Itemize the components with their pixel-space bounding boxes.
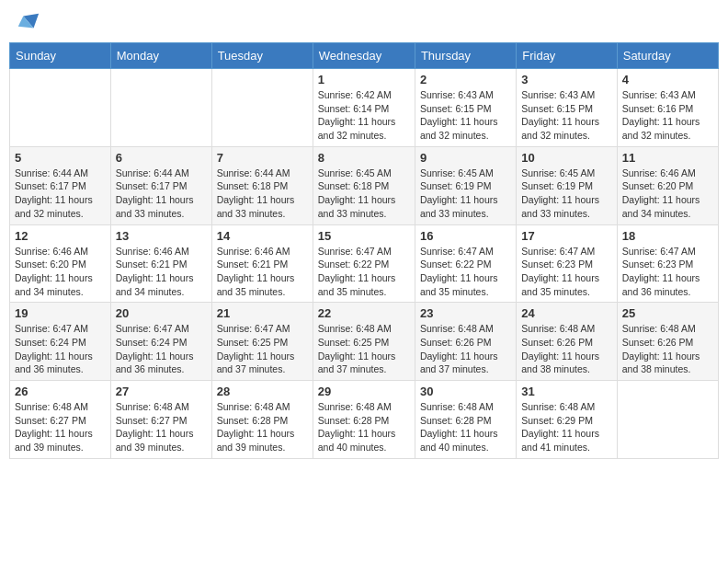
day-info: Sunrise: 6:43 AM Sunset: 6:15 PM Dayligh… (521, 88, 611, 143)
day-of-week-header: Monday (110, 43, 211, 69)
day-number: 26 (15, 385, 106, 398)
day-number: 31 (521, 385, 611, 398)
calendar-cell: 10Sunrise: 6:45 AM Sunset: 6:19 PM Dayli… (517, 146, 617, 224)
day-number: 21 (217, 306, 308, 320)
calendar-cell (10, 69, 111, 147)
calendar-cell: 27Sunrise: 6:48 AM Sunset: 6:27 PM Dayli… (110, 381, 211, 459)
day-info: Sunrise: 6:48 AM Sunset: 6:26 PM Dayligh… (521, 322, 611, 376)
day-number: 29 (318, 385, 410, 398)
calendar-cell: 15Sunrise: 6:47 AM Sunset: 6:22 PM Dayli… (313, 224, 415, 303)
day-number: 15 (318, 229, 410, 243)
day-info: Sunrise: 6:48 AM Sunset: 6:26 PM Dayligh… (622, 322, 713, 376)
calendar-cell: 19Sunrise: 6:47 AM Sunset: 6:24 PM Dayli… (10, 303, 111, 381)
calendar-cell: 31Sunrise: 6:48 AM Sunset: 6:29 PM Dayli… (517, 381, 617, 459)
day-info: Sunrise: 6:43 AM Sunset: 6:15 PM Dayligh… (420, 88, 511, 143)
logo-icon (15, 9, 40, 35)
day-number: 23 (420, 306, 511, 320)
day-info: Sunrise: 6:47 AM Sunset: 6:23 PM Dayligh… (521, 245, 611, 299)
day-info: Sunrise: 6:48 AM Sunset: 6:28 PM Dayligh… (217, 400, 308, 454)
day-number: 5 (15, 151, 106, 165)
day-number: 13 (116, 229, 207, 243)
calendar-cell (211, 69, 313, 147)
calendar-cell: 14Sunrise: 6:46 AM Sunset: 6:21 PM Dayli… (211, 224, 313, 303)
day-info: Sunrise: 6:48 AM Sunset: 6:27 PM Dayligh… (15, 400, 106, 454)
day-info: Sunrise: 6:45 AM Sunset: 6:19 PM Dayligh… (521, 167, 611, 221)
calendar-week-row: 12Sunrise: 6:46 AM Sunset: 6:20 PM Dayli… (10, 224, 719, 303)
day-of-week-header: Wednesday (313, 43, 415, 69)
calendar-cell (617, 381, 718, 459)
calendar-cell: 11Sunrise: 6:46 AM Sunset: 6:20 PM Dayli… (617, 146, 718, 224)
day-number: 8 (318, 151, 410, 165)
day-info: Sunrise: 6:48 AM Sunset: 6:27 PM Dayligh… (116, 400, 207, 454)
day-number: 3 (521, 73, 611, 86)
day-info: Sunrise: 6:46 AM Sunset: 6:21 PM Dayligh… (116, 245, 207, 299)
day-info: Sunrise: 6:47 AM Sunset: 6:22 PM Dayligh… (420, 245, 511, 299)
day-info: Sunrise: 6:48 AM Sunset: 6:26 PM Dayligh… (420, 322, 511, 376)
calendar-cell: 24Sunrise: 6:48 AM Sunset: 6:26 PM Dayli… (517, 303, 617, 381)
day-info: Sunrise: 6:46 AM Sunset: 6:21 PM Dayligh… (217, 245, 308, 299)
day-info: Sunrise: 6:43 AM Sunset: 6:16 PM Dayligh… (622, 88, 713, 143)
day-number: 18 (622, 229, 713, 243)
day-number: 14 (217, 229, 308, 243)
day-info: Sunrise: 6:48 AM Sunset: 6:28 PM Dayligh… (318, 400, 410, 454)
day-number: 19 (15, 306, 106, 320)
calendar-cell: 13Sunrise: 6:46 AM Sunset: 6:21 PM Dayli… (110, 224, 211, 303)
day-number: 2 (420, 73, 511, 86)
day-of-week-header: Sunday (10, 43, 111, 69)
day-info: Sunrise: 6:47 AM Sunset: 6:25 PM Dayligh… (217, 322, 308, 376)
day-number: 25 (622, 306, 713, 320)
day-info: Sunrise: 6:47 AM Sunset: 6:23 PM Dayligh… (622, 245, 713, 299)
day-info: Sunrise: 6:44 AM Sunset: 6:17 PM Dayligh… (116, 167, 207, 221)
page-header (9, 9, 719, 35)
calendar-week-row: 26Sunrise: 6:48 AM Sunset: 6:27 PM Dayli… (10, 381, 719, 459)
calendar-cell: 30Sunrise: 6:48 AM Sunset: 6:28 PM Dayli… (415, 381, 516, 459)
calendar-cell: 20Sunrise: 6:47 AM Sunset: 6:24 PM Dayli… (110, 303, 211, 381)
day-info: Sunrise: 6:48 AM Sunset: 6:28 PM Dayligh… (420, 400, 511, 454)
day-number: 7 (217, 151, 308, 165)
day-number: 30 (420, 385, 511, 398)
calendar-cell: 9Sunrise: 6:45 AM Sunset: 6:19 PM Daylig… (415, 146, 516, 224)
day-number: 6 (116, 151, 207, 165)
calendar-cell: 4Sunrise: 6:43 AM Sunset: 6:16 PM Daylig… (617, 69, 718, 147)
day-info: Sunrise: 6:47 AM Sunset: 6:22 PM Dayligh… (318, 245, 410, 299)
day-info: Sunrise: 6:48 AM Sunset: 6:25 PM Dayligh… (318, 322, 410, 376)
calendar-cell: 8Sunrise: 6:45 AM Sunset: 6:18 PM Daylig… (313, 146, 415, 224)
day-info: Sunrise: 6:44 AM Sunset: 6:18 PM Dayligh… (217, 167, 308, 221)
day-number: 11 (622, 151, 713, 165)
calendar-cell: 18Sunrise: 6:47 AM Sunset: 6:23 PM Dayli… (617, 224, 718, 303)
calendar-week-row: 19Sunrise: 6:47 AM Sunset: 6:24 PM Dayli… (10, 303, 719, 381)
day-info: Sunrise: 6:46 AM Sunset: 6:20 PM Dayligh… (15, 245, 106, 299)
calendar-cell (110, 69, 211, 147)
calendar-cell: 29Sunrise: 6:48 AM Sunset: 6:28 PM Dayli… (313, 381, 415, 459)
calendar-cell: 23Sunrise: 6:48 AM Sunset: 6:26 PM Dayli… (415, 303, 516, 381)
day-number: 17 (521, 229, 611, 243)
logo (13, 9, 40, 35)
day-number: 1 (318, 73, 410, 86)
calendar-cell: 25Sunrise: 6:48 AM Sunset: 6:26 PM Dayli… (617, 303, 718, 381)
day-info: Sunrise: 6:47 AM Sunset: 6:24 PM Dayligh… (116, 322, 207, 376)
calendar-cell: 6Sunrise: 6:44 AM Sunset: 6:17 PM Daylig… (110, 146, 211, 224)
day-info: Sunrise: 6:44 AM Sunset: 6:17 PM Dayligh… (15, 167, 106, 221)
day-number: 20 (116, 306, 207, 320)
calendar-cell: 26Sunrise: 6:48 AM Sunset: 6:27 PM Dayli… (10, 381, 111, 459)
calendar-header-row: SundayMondayTuesdayWednesdayThursdayFrid… (10, 43, 719, 69)
calendar-cell: 22Sunrise: 6:48 AM Sunset: 6:25 PM Dayli… (313, 303, 415, 381)
calendar-cell: 16Sunrise: 6:47 AM Sunset: 6:22 PM Dayli… (415, 224, 516, 303)
calendar-week-row: 5Sunrise: 6:44 AM Sunset: 6:17 PM Daylig… (10, 146, 719, 224)
calendar-cell: 12Sunrise: 6:46 AM Sunset: 6:20 PM Dayli… (10, 224, 111, 303)
day-info: Sunrise: 6:42 AM Sunset: 6:14 PM Dayligh… (318, 88, 410, 143)
calendar-cell: 1Sunrise: 6:42 AM Sunset: 6:14 PM Daylig… (313, 69, 415, 147)
day-of-week-header: Tuesday (211, 43, 313, 69)
day-number: 16 (420, 229, 511, 243)
day-of-week-header: Saturday (617, 43, 718, 69)
day-info: Sunrise: 6:47 AM Sunset: 6:24 PM Dayligh… (15, 322, 106, 376)
calendar-table: SundayMondayTuesdayWednesdayThursdayFrid… (9, 42, 719, 459)
day-number: 9 (420, 151, 511, 165)
calendar-cell: 3Sunrise: 6:43 AM Sunset: 6:15 PM Daylig… (517, 69, 617, 147)
day-of-week-header: Friday (517, 43, 617, 69)
calendar-cell: 2Sunrise: 6:43 AM Sunset: 6:15 PM Daylig… (415, 69, 516, 147)
day-number: 12 (15, 229, 106, 243)
day-number: 10 (521, 151, 611, 165)
calendar-cell: 7Sunrise: 6:44 AM Sunset: 6:18 PM Daylig… (211, 146, 313, 224)
day-of-week-header: Thursday (415, 43, 516, 69)
